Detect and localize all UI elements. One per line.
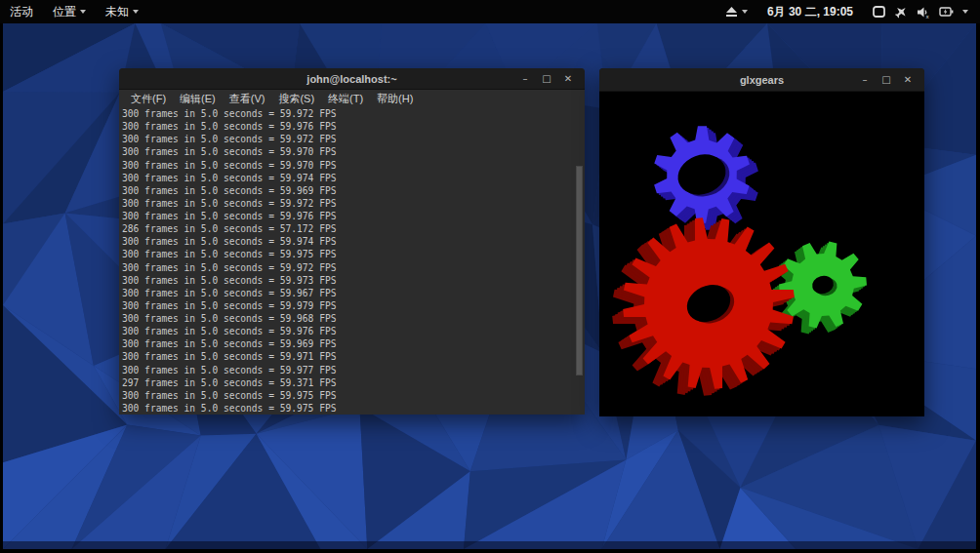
terminal-title: john@localhost:~ bbox=[306, 73, 396, 85]
terminal-menu-item[interactable]: 查看(V) bbox=[224, 92, 271, 106]
close-button[interactable]: ✕ bbox=[557, 68, 579, 89]
terminal-output-line: 300 frames in 5.0 seconds = 59.979 FPS bbox=[122, 299, 585, 312]
terminal-window-controls: – □ ✕ bbox=[514, 68, 579, 89]
top-bar-left: 活动 位置 未知 bbox=[0, 0, 148, 23]
removable-media-menu[interactable] bbox=[715, 0, 757, 23]
terminal-output-line: 300 frames in 5.0 seconds = 59.976 FPS bbox=[122, 120, 585, 133]
terminal-menu-item[interactable]: 编辑(E) bbox=[174, 92, 222, 106]
terminal-output-line: 300 frames in 5.0 seconds = 59.974 FPS bbox=[122, 235, 585, 248]
terminal-menu-item[interactable]: 终端(T) bbox=[322, 92, 369, 106]
glxgears-titlebar[interactable]: glxgears – □ ✕ bbox=[599, 68, 924, 92]
terminal-output-line: 300 frames in 5.0 seconds = 59.969 FPS bbox=[122, 337, 585, 350]
app-menu-label: 未知 bbox=[105, 4, 129, 20]
chevron-down-icon bbox=[962, 10, 968, 14]
terminal-titlebar[interactable]: john@localhost:~ – □ ✕ bbox=[119, 68, 585, 90]
minimize-button[interactable]: – bbox=[854, 68, 876, 91]
glxgears-window: glxgears – □ ✕ bbox=[599, 68, 924, 416]
app-menu[interactable]: 未知 bbox=[96, 0, 148, 23]
terminal-menu-item[interactable]: 帮助(H) bbox=[371, 92, 419, 106]
terminal-output-line: 300 frames in 5.0 seconds = 59.972 FPS bbox=[122, 107, 585, 120]
terminal-scrollbar-thumb[interactable] bbox=[576, 166, 583, 375]
system-menu[interactable]: x bbox=[863, 0, 980, 23]
terminal-output-line: 300 frames in 5.0 seconds = 59.975 FPS bbox=[122, 248, 585, 260]
screen-edge-right bbox=[976, 23, 980, 553]
activities-label: 活动 bbox=[10, 4, 33, 20]
activities-button[interactable]: 活动 bbox=[0, 0, 43, 23]
maximize-button[interactable]: □ bbox=[876, 68, 897, 91]
terminal-output-line: 300 frames in 5.0 seconds = 59.976 FPS bbox=[122, 210, 585, 222]
terminal-output-line: 300 frames in 5.0 seconds = 59.977 FPS bbox=[122, 364, 585, 376]
terminal-output-line: 300 frames in 5.0 seconds = 59.970 FPS bbox=[122, 145, 585, 158]
places-menu[interactable]: 位置 bbox=[43, 0, 96, 23]
clock-label: 6月 30 二, 19:05 bbox=[767, 4, 853, 20]
terminal-window: john@localhost:~ – □ ✕ 文件(F)编辑(E)查看(V)搜索… bbox=[119, 68, 585, 415]
red-gear bbox=[612, 217, 795, 396]
terminal-output-line: 300 frames in 5.0 seconds = 59.971 FPS bbox=[122, 350, 585, 363]
glxgears-title: glxgears bbox=[740, 74, 784, 86]
top-bar: 活动 位置 未知 6月 30 二, 19:05 bbox=[0, 0, 980, 23]
svg-text:x: x bbox=[926, 13, 930, 19]
terminal-output[interactable]: 300 frames in 5.0 seconds = 59.972 FPS30… bbox=[119, 107, 585, 415]
terminal-output-line: 300 frames in 5.0 seconds = 59.974 FPS bbox=[122, 172, 585, 184]
terminal-menu-item[interactable]: 搜索(S) bbox=[272, 92, 320, 106]
clock[interactable]: 6月 30 二, 19:05 bbox=[757, 0, 863, 23]
close-button[interactable]: ✕ bbox=[897, 68, 919, 91]
terminal-output-line: 300 frames in 5.0 seconds = 59.972 FPS bbox=[122, 197, 585, 210]
terminal-output-line: 300 frames in 5.0 seconds = 59.972 FPS bbox=[122, 261, 585, 274]
terminal-output-line: 297 frames in 5.0 seconds = 59.371 FPS bbox=[122, 376, 585, 389]
terminal-output-line: 300 frames in 5.0 seconds = 59.968 FPS bbox=[122, 312, 585, 325]
chevron-down-icon bbox=[80, 10, 86, 14]
terminal-output-line: 300 frames in 5.0 seconds = 59.967 FPS bbox=[122, 287, 585, 299]
glxgears-window-controls: – □ ✕ bbox=[854, 68, 919, 91]
eject-icon bbox=[725, 6, 738, 18]
chevron-down-icon bbox=[133, 10, 139, 14]
terminal-output-line: 300 frames in 5.0 seconds = 59.976 FPS bbox=[122, 325, 585, 337]
terminal-output-line: 300 frames in 5.0 seconds = 59.975 FPS bbox=[122, 389, 585, 402]
top-bar-right: 6月 30 二, 19:05 x bbox=[715, 0, 980, 23]
glxgears-canvas bbox=[599, 92, 924, 416]
terminal-output-line: 300 frames in 5.0 seconds = 59.972 FPS bbox=[122, 133, 585, 145]
terminal-menubar: 文件(F)编辑(E)查看(V)搜索(S)终端(T)帮助(H) bbox=[119, 90, 585, 107]
terminal-output-line: 300 frames in 5.0 seconds = 59.970 FPS bbox=[122, 159, 585, 172]
airplane-mode-icon bbox=[894, 6, 908, 19]
screen-icon bbox=[873, 6, 885, 18]
terminal-output-line: 286 frames in 5.0 seconds = 57.172 FPS bbox=[122, 222, 585, 235]
screen-edge-left bbox=[0, 23, 3, 553]
blue-gear bbox=[654, 126, 758, 230]
screen-edge-bottom bbox=[0, 549, 980, 553]
places-label: 位置 bbox=[53, 4, 76, 20]
maximize-button[interactable]: □ bbox=[536, 68, 557, 89]
volume-muted-icon: x bbox=[917, 6, 930, 19]
terminal-output-line: 300 frames in 5.0 seconds = 59.969 FPS bbox=[122, 184, 585, 197]
terminal-output-line: 300 frames in 5.0 seconds = 59.975 FPS bbox=[122, 402, 585, 415]
terminal-menu-item[interactable]: 文件(F) bbox=[125, 92, 172, 106]
chevron-down-icon bbox=[742, 10, 748, 14]
battery-charging-icon bbox=[939, 6, 954, 18]
terminal-output-line: 300 frames in 5.0 seconds = 59.973 FPS bbox=[122, 274, 585, 287]
minimize-button[interactable]: – bbox=[514, 68, 536, 89]
